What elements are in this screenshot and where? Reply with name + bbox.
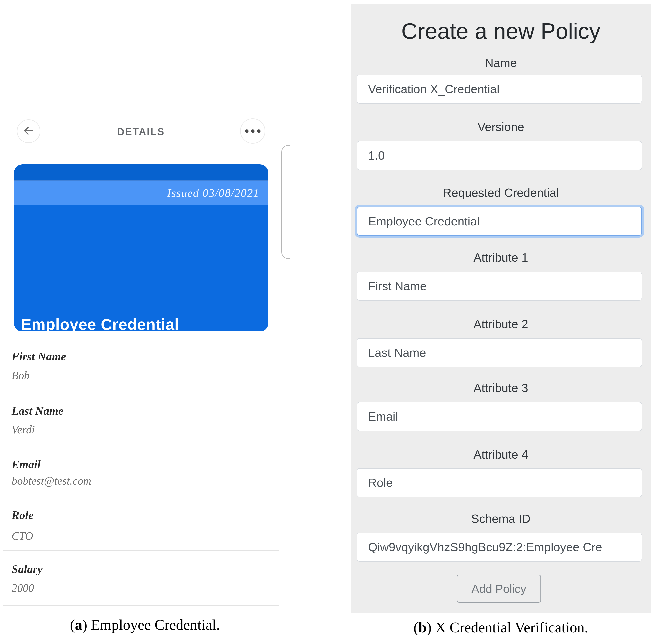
field-label-first-name: First Name — [11, 349, 66, 363]
name-label: Name — [351, 56, 651, 70]
schema-id-input[interactable]: Qiw9vqyikgVhzS9hgBcu9Z:2:Employee Cre — [357, 532, 642, 561]
field-value-last-name: Verdi — [11, 423, 35, 436]
phone-screenshot-a: DETAILS Issued 03/08/2021 Employee Crede… — [0, 0, 290, 609]
issued-date: Issued 03/08/2021 — [167, 186, 259, 200]
peek-card-edge — [281, 145, 290, 259]
name-input[interactable]: Verification X_Credential — [357, 74, 642, 103]
attribute-4-label: Attribute 4 — [351, 448, 651, 461]
field-label-salary: Salary — [11, 562, 42, 576]
attribute-2-label: Attribute 2 — [351, 317, 651, 331]
more-options-button[interactable] — [240, 118, 265, 144]
versione-label: Versione — [351, 120, 651, 134]
attribute-4-input[interactable]: Role — [357, 468, 642, 497]
field-value-email: bobtest@test.com — [11, 474, 91, 487]
ellipsis-icon — [245, 129, 260, 133]
attribute-3-label: Attribute 3 — [351, 381, 651, 395]
attribute-2-input[interactable]: Last Name — [357, 338, 642, 367]
card-issued-stripe: Issued 03/08/2021 — [14, 180, 268, 206]
form-title: Create a new Policy — [351, 18, 651, 44]
requested-credential-label: Requested Credential — [351, 186, 651, 200]
field-value-first-name: Bob — [11, 369, 30, 382]
attribute-3-input[interactable]: Email — [357, 402, 642, 431]
divider — [3, 605, 279, 606]
figure-canvas: DETAILS Issued 03/08/2021 Employee Crede… — [0, 0, 651, 644]
divider — [3, 446, 279, 446]
field-label-email: Email — [11, 458, 40, 471]
field-value-role: CTO — [11, 530, 33, 543]
add-policy-button[interactable]: Add Policy — [457, 575, 541, 603]
field-label-last-name: Last Name — [11, 404, 63, 418]
policy-form-b: Create a new Policy Name Verification X_… — [351, 4, 651, 613]
credential-card[interactable]: Issued 03/08/2021 Employee Credential — [14, 164, 268, 332]
divider — [3, 550, 279, 551]
attribute-1-input[interactable]: First Name — [357, 272, 642, 301]
field-label-role: Role — [11, 509, 34, 522]
page-title: DETAILS — [0, 126, 282, 137]
credential-card-title: Employee Credential — [21, 315, 179, 332]
card-body: Employee Credential — [14, 206, 268, 331]
divider — [3, 498, 279, 498]
caption-b: (b) X Credential Verification. — [351, 619, 651, 636]
requested-credential-input[interactable]: Employee Credential — [357, 207, 642, 236]
schema-id-label: Schema ID — [351, 512, 651, 526]
divider — [3, 392, 279, 392]
card-top-band — [14, 164, 268, 180]
attribute-1-label: Attribute 1 — [351, 251, 651, 265]
versione-input[interactable]: 1.0 — [357, 141, 642, 170]
caption-a: (a) Employee Credential. — [0, 616, 290, 634]
field-value-salary: 2000 — [11, 582, 34, 594]
